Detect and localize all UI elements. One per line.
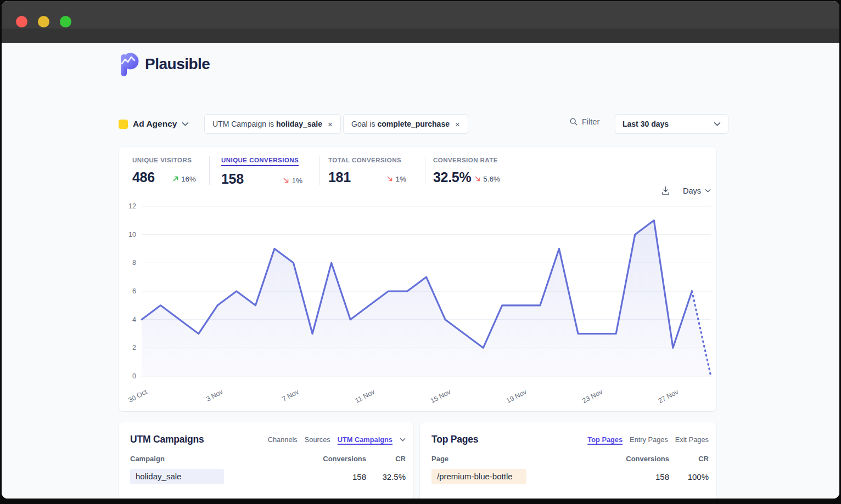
trend-down-icon	[386, 175, 393, 182]
tab-channels[interactable]: Channels	[268, 435, 298, 444]
metric-unique-visitors[interactable]: UNIQUE VISITORS 486 16%	[132, 155, 196, 185]
interval-select[interactable]: Days	[683, 186, 711, 195]
svg-text:0: 0	[132, 372, 136, 380]
column-page: Page	[431, 455, 621, 463]
panel-tabs: Channels Sources UTM Campaigns	[268, 434, 406, 444]
metric-change: 1%	[283, 177, 302, 185]
metric-change: 1%	[386, 175, 406, 183]
page-content: Plausible Ad Agency UTM Campaign is holi…	[2, 43, 839, 499]
site-favicon-icon	[119, 120, 128, 129]
site-selector[interactable]: Ad Agency	[119, 114, 189, 134]
table-header: Campaign Conversions CR	[130, 455, 406, 463]
download-button[interactable]	[660, 185, 671, 196]
chevron-down-icon	[705, 189, 711, 193]
svg-text:23 Nov: 23 Nov	[581, 388, 604, 405]
interval-value: Days	[683, 186, 701, 195]
metric-conversion-rate[interactable]: CONVERSION RATE 32.5% 5.6%	[433, 155, 500, 185]
trend-up-icon	[172, 175, 179, 182]
column-campaign: Campaign	[130, 455, 318, 463]
chevron-down-icon	[714, 122, 721, 127]
trend-down-icon	[283, 177, 289, 184]
tab-entry-pages[interactable]: Entry Pages	[630, 435, 668, 444]
metric-divider	[319, 156, 320, 185]
zoom-button[interactable]	[60, 16, 71, 27]
metric-change: 5.6%	[474, 175, 500, 183]
download-icon	[660, 185, 671, 196]
row-cr: 32.5%	[366, 472, 406, 482]
toolbar: Ad Agency UTM Campaign is holiday_sale ×…	[2, 114, 839, 134]
plausible-logo-icon	[119, 52, 139, 76]
conversions-line-chart: 02468101230 Oct3 Nov7 Nov11 Nov15 Nov19 …	[119, 147, 716, 411]
svg-text:3 Nov: 3 Nov	[205, 388, 225, 403]
svg-text:30 Oct: 30 Oct	[127, 388, 149, 404]
minimize-button[interactable]	[38, 16, 49, 27]
panel-tabs: Top Pages Entry Pages Exit Pages	[587, 434, 709, 444]
svg-text:8: 8	[132, 259, 136, 267]
chart-controls: Days	[660, 185, 711, 196]
svg-text:27 Nov: 27 Nov	[657, 388, 680, 405]
search-icon	[569, 117, 578, 126]
site-name: Ad Agency	[133, 119, 177, 129]
metric-value: 158	[221, 171, 244, 187]
tab-sources[interactable]: Sources	[305, 435, 330, 444]
filter-button[interactable]: Filter	[569, 117, 599, 126]
browser-window: Plausible Ad Agency UTM Campaign is holi…	[2, 1, 839, 499]
plausible-logo[interactable]: Plausible	[119, 52, 210, 76]
remove-filter-icon[interactable]: ×	[455, 120, 460, 128]
metric-unique-conversions[interactable]: UNIQUE CONVERSIONS 158 1%	[221, 155, 302, 187]
svg-text:6: 6	[132, 287, 136, 295]
row-conversions: 158	[621, 472, 669, 482]
tab-top-pages[interactable]: Top Pages	[587, 435, 623, 444]
row-conversions: 158	[318, 472, 366, 482]
metric-value: 486	[132, 169, 155, 185]
filter-pill-goal: Goal is complete_purchase ×	[343, 114, 468, 134]
tab-exit-pages[interactable]: Exit Pages	[675, 435, 709, 444]
table-header: Page Conversions CR	[431, 455, 709, 463]
table-row[interactable]: holiday_sale 158 32.5%	[130, 469, 406, 484]
remove-filter-icon[interactable]: ×	[328, 120, 333, 128]
row-cr: 100%	[669, 472, 709, 482]
metric-change: 16%	[172, 175, 196, 183]
svg-text:2: 2	[132, 344, 136, 352]
plausible-wordmark: Plausible	[145, 55, 210, 73]
metric-label: TOTAL CONVERSIONS	[328, 157, 401, 163]
column-cr: CR	[669, 455, 709, 463]
svg-text:15 Nov: 15 Nov	[429, 388, 452, 405]
filter-button-label: Filter	[582, 117, 599, 126]
svg-text:12: 12	[128, 202, 136, 210]
metric-label: UNIQUE VISITORS	[132, 157, 192, 163]
date-range-select[interactable]: Last 30 days	[615, 114, 728, 134]
panel-title: Top Pages	[431, 434, 478, 445]
metric-value: 32.5%	[433, 169, 471, 185]
column-cr: CR	[366, 455, 406, 463]
filter-pill-text: UTM Campaign is holiday_sale	[212, 120, 322, 128]
window-titlebar	[2, 1, 839, 29]
svg-text:11 Nov: 11 Nov	[354, 388, 376, 405]
top-pages-panel: Top Pages Top Pages Entry Pages Exit Pag…	[420, 422, 716, 499]
svg-text:10: 10	[128, 231, 136, 239]
metric-divider	[209, 156, 210, 185]
tab-utm-campaigns[interactable]: UTM Campaigns	[338, 435, 393, 444]
close-button[interactable]	[16, 16, 27, 27]
row-page-name[interactable]: /premium-blue-bottle	[431, 469, 526, 484]
metric-divider	[425, 156, 425, 185]
row-campaign-name[interactable]: holiday_sale	[130, 469, 224, 484]
utm-campaigns-panel: UTM Campaigns Channels Sources UTM Campa…	[119, 422, 413, 499]
table-row[interactable]: /premium-blue-bottle 158 100%	[431, 469, 709, 484]
metric-total-conversions[interactable]: TOTAL CONVERSIONS 181 1%	[328, 155, 406, 185]
filter-pill-utm-campaign: UTM Campaign is holiday_sale ×	[204, 114, 341, 134]
svg-text:19 Nov: 19 Nov	[505, 388, 528, 405]
metric-label: CONVERSION RATE	[433, 157, 498, 163]
filter-pill-text: Goal is complete_purchase	[351, 120, 450, 128]
chevron-down-icon[interactable]	[400, 438, 406, 442]
svg-text:4: 4	[132, 316, 136, 324]
column-conversions: Conversions	[318, 455, 366, 463]
trend-down-icon	[474, 175, 481, 182]
chevron-down-icon	[182, 122, 189, 127]
panel-title: UTM Campaigns	[130, 434, 204, 445]
titlebar-strip	[2, 29, 839, 43]
svg-text:7 Nov: 7 Nov	[281, 388, 301, 403]
column-conversions: Conversions	[621, 455, 669, 463]
analytics-card: UNIQUE VISITORS 486 16% UNIQUE CONVERSIO…	[119, 147, 716, 411]
metric-value: 181	[328, 169, 351, 185]
